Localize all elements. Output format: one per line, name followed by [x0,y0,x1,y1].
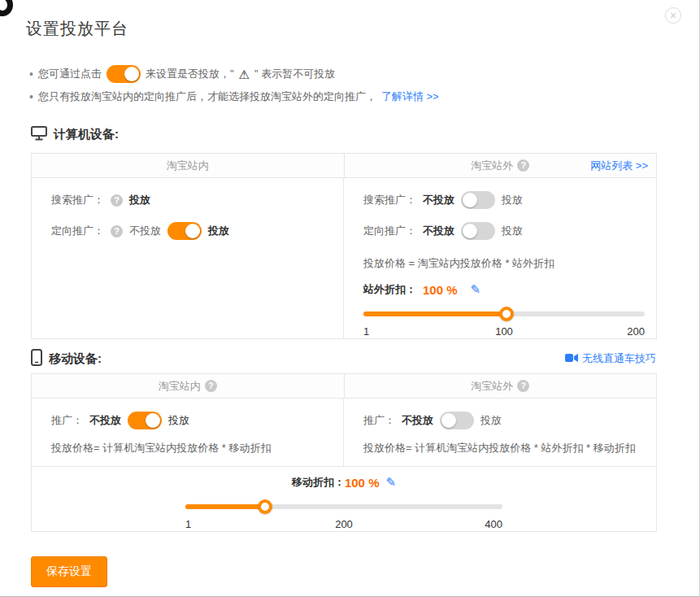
help-icon[interactable]: ? [111,194,123,207]
targeted-off-label: 不投放 [129,224,161,238]
computer-table-header: 淘宝站内 淘宝站外 ? 网站列表 >> [32,154,656,178]
offsite-price-formula: 投放价格 = 淘宝站内投放价格 * 站外折扣 [363,256,645,271]
search-off-label: 不投放 [423,193,454,207]
computer-section-header: 计算机设备: [31,126,656,143]
toggle-knob [185,224,200,238]
header-label: 淘宝站外 [471,159,513,173]
mobile-slider-wrap: 1 200 400 [185,499,502,531]
targeted-promo-label: 定向推广： [51,224,104,238]
targeted-off-label: 不投放 [423,224,454,238]
toggle-knob [146,413,160,428]
edit-icon[interactable]: ✎ [471,282,481,297]
wireless-tips-label: 无线直通车技巧 [582,351,656,366]
bullet-icon: • [29,68,33,81]
mobile-onsite-toggle[interactable] [128,412,162,429]
promo-on-label: 投放 [168,413,189,428]
header-taobao-onsite: 淘宝站内 [32,154,344,177]
toggle-knob [463,224,477,238]
promo-off-label: 不投放 [402,413,433,428]
edit-icon[interactable]: ✎ [385,475,396,490]
help-icon[interactable]: ? [517,159,529,172]
offsite-search-toggle[interactable] [461,191,495,209]
offsite-search-row: 搜索推广： 不投放 投放 [363,191,645,209]
toggle-knob [441,413,456,428]
bullet-icon: • [29,90,33,103]
onsite-search-row: 搜索推广： ? 投放 [51,191,332,209]
mobile-table: 淘宝站内 ? 淘宝站外 ? 推广： 不投放 投放 投放价格= 计算机淘宝站内投放… [31,373,657,532]
header-taobao-onsite: 淘宝站内 ? [32,374,344,398]
mobile-discount-value: 100 % [345,476,380,490]
help-icon[interactable]: ? [517,380,529,392]
offsite-targeted-toggle[interactable] [461,222,495,240]
example-toggle [107,65,141,83]
mobile-onsite-formula: 投放价格= 计算机淘宝站内投放价格 * 移动折扣 [51,441,332,455]
learn-more-link[interactable]: 了解详情 >> [381,89,439,104]
page-title: 设置投放平台 [26,18,699,40]
mobile-table-body: 推广： 不投放 投放 投放价格= 计算机淘宝站内投放价格 * 移动折扣 推广： … [32,399,656,466]
monitor-icon [31,126,47,143]
targeted-on-label: 投放 [502,224,523,238]
mobile-discount-footer: 移动折扣： 100 % ✎ 1 200 400 [32,466,656,531]
computer-offsite-cell: 搜索推广： 不投放 投放 定向推广： 不投放 投放 投放价格 = 淘宝站内投放价… [344,178,656,338]
header-label: 淘宝站内 [167,159,209,173]
promo-off-label: 不投放 [89,413,121,428]
header-label: 淘宝站内 [159,379,201,394]
note1-text-before: 您可通过点击 [38,67,102,81]
offsite-slider-labels: 1 100 200 [363,325,645,338]
help-icon[interactable]: ? [111,225,123,237]
slider-min-label: 1 [363,325,369,338]
slider-fill [363,312,507,316]
slider-fill [185,504,265,509]
slider-mid-label: 100 [495,325,513,338]
wireless-tips-icon [565,353,578,365]
mobile-slider-labels: 1 200 400 [185,518,502,531]
mobile-offsite-promo-row: 推广： 不投放 投放 [363,412,645,429]
toggle-knob [124,67,139,81]
slider-max-label: 200 [627,325,645,338]
notes-list: • 您可通过点击 来设置是否投放，" ⚠ " 表示暂不可投放 • 您只有投放淘宝… [29,63,699,108]
mobile-discount-label: 移动折扣： [292,475,345,490]
header-taobao-offsite: 淘宝站外 ? [344,374,657,398]
offsite-discount-row: 站外折扣： 100 % ✎ [363,281,645,298]
toggle-knob [463,193,477,207]
onsite-targeted-toggle[interactable] [167,222,202,240]
computer-table-body: 搜索推广： ? 投放 定向推广： ? 不投放 投放 搜索推广： 不投放 投 [32,178,656,338]
offsite-targeted-row: 定向推广： 不投放 投放 [363,222,645,240]
mobile-offsite-cell: 推广： 不投放 投放 投放价格= 计算机淘宝站内投放价格 * 站外折扣 * 移动… [344,399,656,466]
slider-max-label: 400 [485,518,502,530]
close-icon[interactable]: × [665,7,681,24]
smartphone-icon [31,349,42,368]
note1-text-after: " 表示暂不可投放 [254,67,335,81]
search-promo-label: 搜索推广： [363,193,416,207]
targeted-promo-label: 定向推广： [363,224,416,238]
mobile-onsite-cell: 推广： 不投放 投放 投放价格= 计算机淘宝站内投放价格 * 移动折扣 [32,399,344,466]
promo-on-label: 投放 [480,413,502,428]
targeted-on-label: 投放 [208,224,229,238]
slider-handle[interactable] [258,499,272,514]
search-promo-value: 投放 [129,193,150,207]
mobile-section-header: 移动设备: 无线直通车技巧 [31,349,656,368]
slider-handle[interactable] [499,307,514,321]
mobile-section-title: 移动设备: [49,351,102,367]
mobile-discount-row: 移动折扣： 100 % ✎ [32,473,656,491]
slider-mid-label: 200 [335,518,353,530]
computer-table: 淘宝站内 淘宝站外 ? 网站列表 >> 搜索推广： ? 投放 定向推广： ? 不… [31,153,657,339]
mobile-onsite-promo-row: 推广： 不投放 投放 [51,412,332,429]
header-label: 淘宝站外 [471,379,513,394]
wireless-tips-link[interactable]: 无线直通车技巧 [565,351,656,366]
site-list-link[interactable]: 网站列表 >> [590,154,648,178]
mobile-table-header: 淘宝站内 ? 淘宝站外 ? [32,374,656,399]
note1-text-mid: 来设置是否投放，" [146,67,234,81]
help-icon[interactable]: ? [205,380,217,392]
mobile-offsite-toggle[interactable] [440,412,474,429]
search-on-label: 投放 [502,193,523,207]
note-line-2: • 您只有投放淘宝站内的定向推广后，才能选择投放淘宝站外的定向推广， 了解详情 … [29,85,699,108]
mobile-discount-slider[interactable] [185,499,502,513]
promo-label: 推广： [51,413,83,428]
warning-icon: ⚠ [239,68,250,81]
mobile-offsite-formula: 投放价格= 计算机淘宝站内投放价格 * 站外折扣 * 移动折扣 [363,441,645,455]
save-settings-button[interactable]: 保存设置 [31,556,107,587]
offsite-discount-value: 100 % [423,283,458,297]
offsite-discount-slider[interactable] [363,307,645,320]
background-blob [0,0,13,16]
